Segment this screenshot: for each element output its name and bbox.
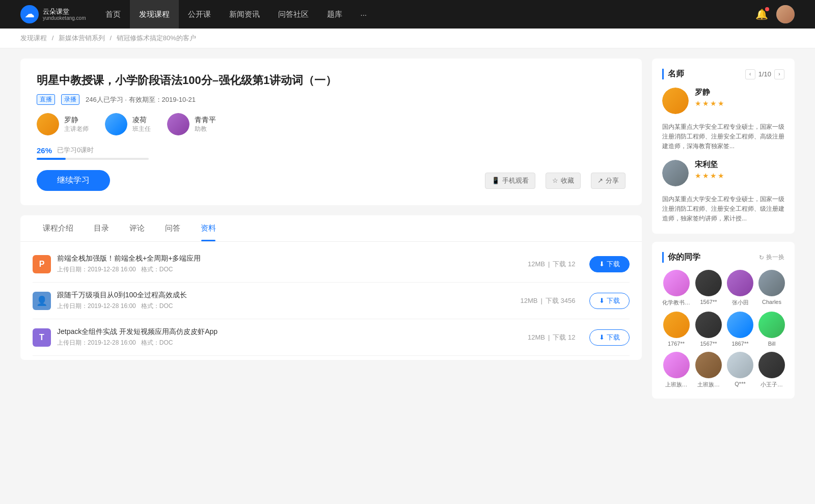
user-avatar[interactable] [776,5,795,23]
classmate-item-4[interactable]: 1767** [662,312,690,347]
notification-bell[interactable]: 🔔 [755,8,768,20]
progress-percent: 26% [37,146,52,155]
file-item-0: P 前端全栈加强版！前端全栈+全周期+多端应用 上传日期：2019-12-28 … [33,246,630,283]
classmate-item-9[interactable]: 土班族… [695,352,722,388]
file-date-1: 上传日期：2019-12-28 16:00 [57,302,136,310]
right-panel: 名师 ‹ 1/10 › 罗静 ★★★★ 国内某重点大学安全工程专业 [652,59,795,399]
right-teacher-0: 罗静 ★★★★ [662,88,784,114]
teacher-0-avatar [37,113,59,135]
tab-review[interactable]: 评论 [119,215,155,241]
download-button-1[interactable]: ⬇ 下载 [589,293,630,309]
file-icon-2: T [33,328,51,347]
teacher-0-role: 主讲老师 [64,125,89,133]
file-size-0: 12MB [528,260,545,268]
continue-study-button[interactable]: 继续学习 [37,170,110,191]
breadcrumb-link-0[interactable]: 发现课程 [20,34,47,42]
tab-qa[interactable]: 问答 [155,215,191,241]
right-teacher-0-stars: ★★★★ [695,99,725,107]
breadcrumb-link-2[interactable]: 销冠修炼术搞定80%的客户 [117,34,196,42]
classmate-avatar-2 [727,270,753,296]
collect-button[interactable]: ☆ 收藏 [546,173,581,189]
star-icon: ☆ [552,177,558,184]
classmate-item-6[interactable]: 1867** [727,312,753,347]
file-icon-0: P [33,255,51,273]
file-stats-2: 12MB | 下载 12 [528,333,575,342]
teachers-card-header: 名师 ‹ 1/10 › [662,69,784,79]
nav-qa[interactable]: 问答社区 [269,0,318,29]
classmate-item-7[interactable]: Bill [758,312,785,347]
nav-more[interactable]: ··· [351,0,376,29]
teacher-1-avatar [105,113,127,135]
download-button-0[interactable]: ⬇ 下载 [589,256,630,272]
file-meta-0: 上传日期：2019-12-28 16:00 格式：DOC [57,265,522,274]
teachers-next-button[interactable]: › [774,69,784,79]
navbar: ☁ 云朵课堂 yunduoketang.com 首页 发现课程 公开课 新闻资讯… [0,0,815,29]
classmate-name-8: 上班族… [665,381,688,388]
notification-dot [765,7,769,11]
teachers-card-title: 名师 [662,69,684,79]
nav-items: 首页 发现课程 公开课 新闻资讯 问答社区 题库 ··· [96,0,755,29]
share-label: 分享 [606,176,619,185]
logo[interactable]: ☁ 云朵课堂 yunduoketang.com [20,5,86,23]
mobile-label: 手机观看 [502,176,529,185]
right-teacher-0-name: 罗静 [695,88,725,97]
teacher-2-role: 助教 [195,125,216,133]
tab-catalog[interactable]: 目录 [84,215,119,241]
file-date-0: 上传日期：2019-12-28 16:00 [57,266,136,273]
nav-open[interactable]: 公开课 [179,0,220,29]
classmate-name-2: 张小田 [732,299,749,306]
teacher-1-info: 凌荷 班主任 [132,116,151,133]
classmate-item-5[interactable]: 1567** [695,312,722,347]
right-teacher-0-info: 罗静 ★★★★ [695,88,725,114]
right-teacher-1-desc: 国内某重点大学安全工程专业硕士，国家一级注册消防工程师、注册安全工程师、级注册建… [662,194,784,224]
classmates-header: 你的同学 ↻ 换一换 [662,252,784,263]
file-size-2: 12MB [528,333,545,341]
main-content: 明星中教授课，小学阶段语法100分–强化级第1讲动词（一） 直播 录播 246人… [0,48,815,409]
course-title: 明星中教授课，小学阶段语法100分–强化级第1讲动词（一） [37,73,626,88]
classmate-name-5: 1567** [700,341,717,347]
nav-quiz[interactable]: 题库 [318,0,351,29]
classmate-item-2[interactable]: 张小田 [727,270,753,306]
file-format-2: 格式：DOC [141,339,173,346]
file-name-2: Jetpack全组件实战 开发短视频应用高仿皮皮虾App [57,327,522,337]
classmate-name-10: Q*** [735,381,745,387]
right-teacher-0-avatar [662,88,689,114]
course-actions: 继续学习 📱 手机观看 ☆ 收藏 ↗ 分享 [37,170,626,191]
classmate-avatar-0 [663,270,690,296]
teachers-prev-button[interactable]: ‹ [745,69,755,79]
classmate-item-10[interactable]: Q*** [727,352,753,388]
teacher-2: 青青平 助教 [167,113,216,135]
share-button[interactable]: ↗ 分享 [591,173,626,189]
file-item-1: 👤 跟随千万级项目从0到100全过程高效成长 上传日期：2019-12-28 1… [33,283,630,319]
classmate-item-8[interactable]: 上班族… [662,352,690,388]
course-meta-text: 246人已学习 · 有效期至：2019-10-21 [86,95,196,104]
nav-discover[interactable]: 发现课程 [130,0,179,29]
file-name-1: 跟随千万级项目从0到100全过程高效成长 [57,291,514,300]
breadcrumb: 发现课程 / 新媒体营销系列 / 销冠修炼术搞定80%的客户 [0,29,815,48]
left-panel: 明星中教授课，小学阶段语法100分–强化级第1讲动词（一） 直播 录播 246人… [20,59,642,399]
nav-news[interactable]: 新闻资讯 [220,0,269,29]
mobile-watch-button[interactable]: 📱 手机观看 [485,173,535,189]
tabs: 课程介绍 目录 评论 问答 资料 [20,215,642,242]
right-teacher-1-avatar [662,160,689,186]
file-name-0: 前端全栈加强版！前端全栈+全周期+多端应用 [57,254,522,263]
classmate-item-0[interactable]: 化学教书… [662,270,690,306]
classmate-item-3[interactable]: Charles [758,270,785,306]
download-button-2[interactable]: ⬇ 下载 [589,329,630,346]
right-teacher-0-desc: 国内某重点大学安全工程专业硕士，国家一级注册消防工程师、注册安全工程师、高级注册… [662,122,784,152]
classmate-item-1[interactable]: 1567** [695,270,722,306]
tab-intro[interactable]: 课程介绍 [33,215,84,241]
classmate-name-0: 化学教书… [662,299,690,306]
file-info-1: 跟随千万级项目从0到100全过程高效成长 上传日期：2019-12-28 16:… [57,291,514,311]
nav-home[interactable]: 首页 [96,0,130,29]
breadcrumb-link-1[interactable]: 新媒体营销系列 [59,34,105,42]
teachers-card-nav: ‹ 1/10 › [745,69,784,79]
file-meta-2: 上传日期：2019-12-28 16:00 格式：DOC [57,339,522,347]
progress-section: 26% 已学习0课时 [37,146,626,160]
refresh-classmates-button[interactable]: ↻ 换一换 [759,253,784,262]
classmate-name-1: 1567** [700,299,717,305]
tab-files[interactable]: 资料 [191,215,226,241]
classmate-item-11[interactable]: 小王子… [758,352,785,388]
teacher-0-name: 罗静 [64,116,89,125]
collect-label: 收藏 [561,176,574,185]
